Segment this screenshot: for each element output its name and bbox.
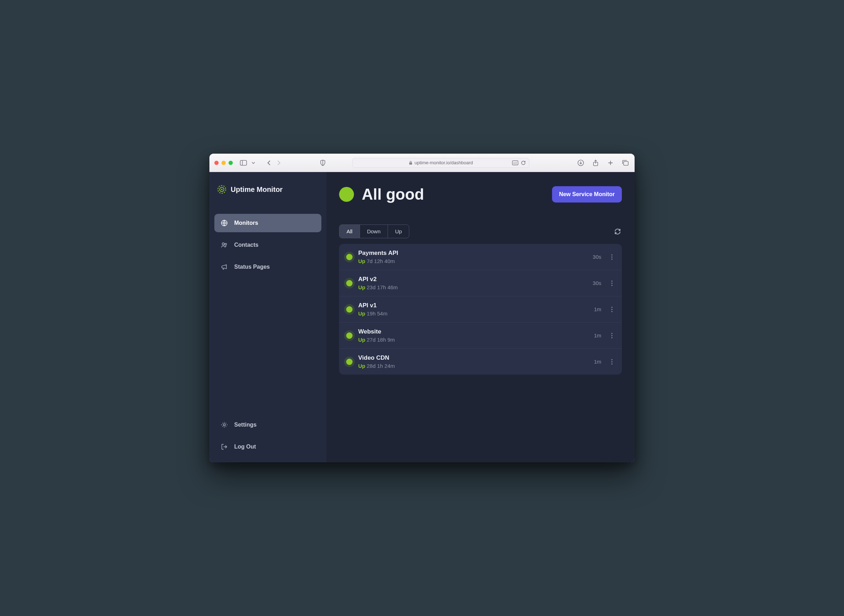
monitor-interval: 1m — [594, 359, 601, 365]
svg-point-21 — [611, 307, 612, 308]
monitor-interval: 1m — [594, 333, 601, 339]
window-controls — [215, 161, 233, 165]
sidebar-item-logout[interactable]: Log Out — [215, 437, 321, 456]
status-dot-icon — [346, 280, 353, 286]
url-text: uptime-monitor.io/dashboard — [415, 160, 473, 165]
svg-point-26 — [611, 337, 612, 338]
svg-rect-0 — [240, 160, 247, 165]
forward-button[interactable] — [275, 158, 283, 167]
svg-rect-2 — [409, 163, 412, 164]
refresh-button[interactable] — [613, 227, 622, 236]
svg-point-29 — [611, 363, 612, 364]
monitor-row[interactable]: Website Up27d 18h 9m 1m — [339, 323, 622, 349]
monitor-row[interactable]: API v2 Up23d 17h 46m 30s — [339, 270, 622, 296]
svg-point-18 — [611, 280, 612, 282]
sidebar-item-label: Contacts — [234, 242, 258, 248]
monitor-interval: 30s — [593, 254, 601, 260]
svg-point-14 — [223, 424, 225, 426]
close-window-button[interactable] — [215, 161, 219, 165]
monitor-interval: 1m — [594, 306, 601, 312]
sidebar-item-status-pages[interactable]: Status Pages — [215, 258, 321, 276]
footer-nav: Settings Log Out — [215, 416, 321, 456]
status-dot-icon — [346, 254, 353, 260]
back-button[interactable] — [265, 158, 273, 167]
gear-icon — [221, 421, 228, 428]
status-dot-icon — [346, 306, 353, 312]
sidebar-item-label: Settings — [234, 422, 257, 428]
monitor-uptime: Up27d 18h 9m — [358, 337, 588, 343]
logout-icon — [221, 443, 228, 450]
sidebar: Uptime Monitor Monitors Contacts — [209, 172, 326, 462]
minimize-window-button[interactable] — [222, 161, 226, 165]
monitor-uptime: Up19h 54m — [358, 311, 588, 317]
sidebar-toggle-icon[interactable] — [239, 158, 248, 167]
status-dot-icon — [346, 333, 353, 339]
share-icon[interactable] — [591, 158, 600, 167]
svg-point-13 — [225, 243, 227, 245]
reload-icon[interactable] — [521, 160, 526, 166]
svg-point-10 — [221, 189, 222, 190]
status-dot-icon — [346, 359, 353, 365]
app-body: Uptime Monitor Monitors Contacts — [209, 172, 635, 462]
page-header: All good New Service Monitor — [339, 185, 622, 203]
page-title: All good — [339, 185, 424, 203]
monitors-list: Payments API Up7d 12h 40m 30s API v2 Up2… — [339, 244, 622, 374]
new-tab-icon[interactable] — [606, 158, 615, 167]
monitor-row[interactable]: Video CDN Up28d 1h 24m 1m — [339, 349, 622, 374]
tabs-overview-icon[interactable] — [621, 158, 629, 167]
row-menu-button[interactable] — [609, 359, 615, 365]
globe-icon — [221, 220, 228, 227]
monitor-row[interactable]: Payments API Up7d 12h 40m 30s — [339, 244, 622, 270]
monitor-name: API v1 — [358, 302, 588, 309]
svg-point-22 — [611, 309, 612, 310]
brand-name: Uptime Monitor — [231, 185, 283, 194]
monitor-name: Video CDN — [358, 354, 588, 361]
filter-tab-down[interactable]: Down — [360, 225, 388, 238]
zoom-window-button[interactable] — [229, 161, 233, 165]
megaphone-icon — [221, 263, 228, 270]
shield-icon[interactable] — [319, 158, 327, 167]
svg-text:A文: A文 — [513, 162, 517, 164]
svg-point-12 — [222, 243, 224, 245]
monitor-row[interactable]: API v1 Up19h 54m 1m — [339, 296, 622, 323]
svg-point-23 — [611, 311, 612, 312]
main-content: All good New Service Monitor All Down Up — [326, 172, 635, 462]
url-bar[interactable]: uptime-monitor.io/dashboard A文 — [352, 158, 529, 168]
svg-point-15 — [611, 254, 612, 255]
monitor-name: Payments API — [358, 249, 587, 257]
chevron-down-icon[interactable] — [249, 158, 257, 167]
monitor-uptime: Up7d 12h 40m — [358, 258, 587, 264]
reader-icon[interactable]: A文 — [512, 160, 518, 166]
filters-row: All Down Up — [339, 224, 622, 238]
svg-point-17 — [611, 258, 612, 260]
filter-tab-all[interactable]: All — [340, 225, 360, 238]
monitor-uptime: Up23d 17h 46m — [358, 284, 587, 290]
svg-point-16 — [611, 256, 612, 257]
monitor-uptime: Up28d 1h 24m — [358, 363, 588, 369]
row-menu-button[interactable] — [609, 254, 615, 260]
sidebar-item-label: Monitors — [234, 220, 258, 226]
downloads-icon[interactable] — [576, 158, 585, 167]
users-icon — [221, 242, 228, 248]
status-text: All good — [362, 185, 424, 203]
sidebar-item-monitors[interactable]: Monitors — [215, 214, 321, 232]
new-service-monitor-button[interactable]: New Service Monitor — [552, 186, 622, 202]
svg-point-28 — [611, 361, 612, 362]
filter-segmented-control: All Down Up — [339, 224, 409, 238]
svg-point-25 — [611, 335, 612, 336]
monitor-name: Website — [358, 328, 588, 335]
lock-icon — [409, 161, 412, 165]
sidebar-item-label: Log Out — [234, 444, 256, 450]
svg-point-24 — [611, 333, 612, 334]
sidebar-item-settings[interactable]: Settings — [215, 416, 321, 434]
sidebar-item-contacts[interactable]: Contacts — [215, 236, 321, 254]
svg-point-20 — [611, 285, 612, 286]
row-menu-button[interactable] — [609, 333, 615, 339]
row-menu-button[interactable] — [609, 307, 615, 312]
sidebar-item-label: Status Pages — [234, 264, 270, 270]
monitor-name: API v2 — [358, 276, 587, 283]
filter-tab-up[interactable]: Up — [388, 225, 409, 238]
status-indicator-icon — [339, 187, 354, 202]
row-menu-button[interactable] — [609, 280, 615, 286]
primary-nav: Monitors Contacts Status Pages — [215, 214, 321, 276]
